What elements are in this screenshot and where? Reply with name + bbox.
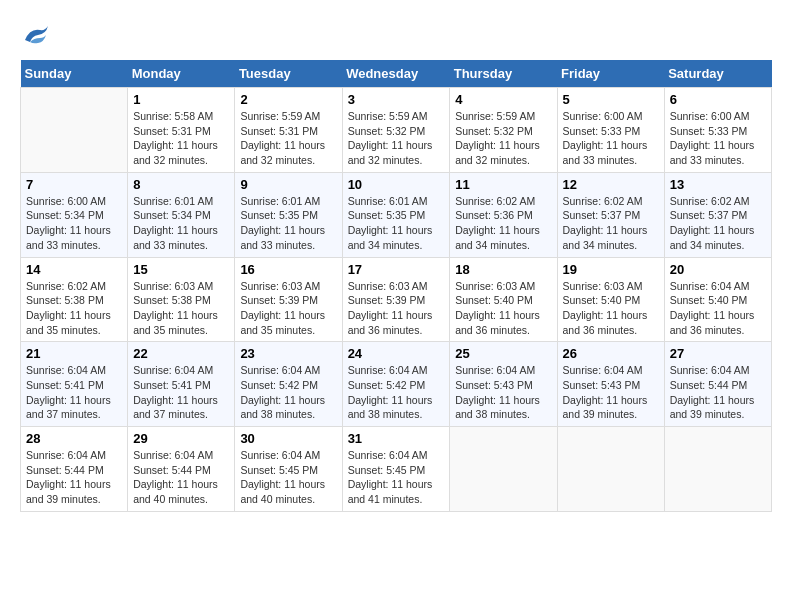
day-number: 8 bbox=[133, 177, 229, 192]
logo bbox=[20, 20, 54, 50]
calendar-cell: 11Sunrise: 6:02 AMSunset: 5:36 PMDayligh… bbox=[450, 172, 557, 257]
day-number: 19 bbox=[563, 262, 659, 277]
calendar-cell: 5Sunrise: 6:00 AMSunset: 5:33 PMDaylight… bbox=[557, 88, 664, 173]
calendar-cell: 31Sunrise: 6:04 AMSunset: 5:45 PMDayligh… bbox=[342, 427, 450, 512]
calendar-cell: 17Sunrise: 6:03 AMSunset: 5:39 PMDayligh… bbox=[342, 257, 450, 342]
calendar-cell: 12Sunrise: 6:02 AMSunset: 5:37 PMDayligh… bbox=[557, 172, 664, 257]
calendar-cell: 23Sunrise: 6:04 AMSunset: 5:42 PMDayligh… bbox=[235, 342, 342, 427]
day-number: 27 bbox=[670, 346, 766, 361]
day-info: Sunrise: 6:03 AMSunset: 5:38 PMDaylight:… bbox=[133, 279, 229, 338]
day-info: Sunrise: 6:04 AMSunset: 5:44 PMDaylight:… bbox=[133, 448, 229, 507]
day-number: 9 bbox=[240, 177, 336, 192]
day-number: 11 bbox=[455, 177, 551, 192]
calendar-cell: 30Sunrise: 6:04 AMSunset: 5:45 PMDayligh… bbox=[235, 427, 342, 512]
day-info: Sunrise: 6:02 AMSunset: 5:38 PMDaylight:… bbox=[26, 279, 122, 338]
day-info: Sunrise: 5:59 AMSunset: 5:32 PMDaylight:… bbox=[348, 109, 445, 168]
day-number: 26 bbox=[563, 346, 659, 361]
day-info: Sunrise: 5:59 AMSunset: 5:32 PMDaylight:… bbox=[455, 109, 551, 168]
day-info: Sunrise: 6:04 AMSunset: 5:42 PMDaylight:… bbox=[240, 363, 336, 422]
day-info: Sunrise: 6:01 AMSunset: 5:35 PMDaylight:… bbox=[240, 194, 336, 253]
calendar-cell: 25Sunrise: 6:04 AMSunset: 5:43 PMDayligh… bbox=[450, 342, 557, 427]
weekday-header-monday: Monday bbox=[128, 60, 235, 88]
calendar-cell: 27Sunrise: 6:04 AMSunset: 5:44 PMDayligh… bbox=[664, 342, 771, 427]
day-info: Sunrise: 6:03 AMSunset: 5:40 PMDaylight:… bbox=[563, 279, 659, 338]
calendar-table: SundayMondayTuesdayWednesdayThursdayFrid… bbox=[20, 60, 772, 512]
day-info: Sunrise: 5:58 AMSunset: 5:31 PMDaylight:… bbox=[133, 109, 229, 168]
week-row-3: 14Sunrise: 6:02 AMSunset: 5:38 PMDayligh… bbox=[21, 257, 772, 342]
day-info: Sunrise: 6:04 AMSunset: 5:44 PMDaylight:… bbox=[670, 363, 766, 422]
weekday-header-wednesday: Wednesday bbox=[342, 60, 450, 88]
day-info: Sunrise: 6:04 AMSunset: 5:43 PMDaylight:… bbox=[455, 363, 551, 422]
calendar-cell: 8Sunrise: 6:01 AMSunset: 5:34 PMDaylight… bbox=[128, 172, 235, 257]
day-number: 25 bbox=[455, 346, 551, 361]
calendar-cell bbox=[557, 427, 664, 512]
calendar-cell: 4Sunrise: 5:59 AMSunset: 5:32 PMDaylight… bbox=[450, 88, 557, 173]
day-number: 24 bbox=[348, 346, 445, 361]
day-info: Sunrise: 6:03 AMSunset: 5:39 PMDaylight:… bbox=[348, 279, 445, 338]
weekday-header-tuesday: Tuesday bbox=[235, 60, 342, 88]
weekday-header-thursday: Thursday bbox=[450, 60, 557, 88]
calendar-cell bbox=[450, 427, 557, 512]
day-info: Sunrise: 6:04 AMSunset: 5:41 PMDaylight:… bbox=[26, 363, 122, 422]
day-info: Sunrise: 5:59 AMSunset: 5:31 PMDaylight:… bbox=[240, 109, 336, 168]
day-number: 10 bbox=[348, 177, 445, 192]
calendar-cell: 2Sunrise: 5:59 AMSunset: 5:31 PMDaylight… bbox=[235, 88, 342, 173]
calendar-cell bbox=[664, 427, 771, 512]
day-info: Sunrise: 6:04 AMSunset: 5:41 PMDaylight:… bbox=[133, 363, 229, 422]
calendar-cell: 3Sunrise: 5:59 AMSunset: 5:32 PMDaylight… bbox=[342, 88, 450, 173]
calendar-cell: 18Sunrise: 6:03 AMSunset: 5:40 PMDayligh… bbox=[450, 257, 557, 342]
week-row-5: 28Sunrise: 6:04 AMSunset: 5:44 PMDayligh… bbox=[21, 427, 772, 512]
day-number: 3 bbox=[348, 92, 445, 107]
day-number: 31 bbox=[348, 431, 445, 446]
weekday-header-saturday: Saturday bbox=[664, 60, 771, 88]
day-info: Sunrise: 6:03 AMSunset: 5:40 PMDaylight:… bbox=[455, 279, 551, 338]
day-number: 29 bbox=[133, 431, 229, 446]
day-number: 15 bbox=[133, 262, 229, 277]
day-info: Sunrise: 6:02 AMSunset: 5:37 PMDaylight:… bbox=[563, 194, 659, 253]
day-number: 1 bbox=[133, 92, 229, 107]
calendar-cell: 7Sunrise: 6:00 AMSunset: 5:34 PMDaylight… bbox=[21, 172, 128, 257]
page-header bbox=[20, 20, 772, 50]
day-number: 20 bbox=[670, 262, 766, 277]
calendar-cell: 9Sunrise: 6:01 AMSunset: 5:35 PMDaylight… bbox=[235, 172, 342, 257]
day-number: 13 bbox=[670, 177, 766, 192]
day-number: 16 bbox=[240, 262, 336, 277]
day-number: 21 bbox=[26, 346, 122, 361]
day-number: 12 bbox=[563, 177, 659, 192]
day-info: Sunrise: 6:00 AMSunset: 5:34 PMDaylight:… bbox=[26, 194, 122, 253]
calendar-cell: 20Sunrise: 6:04 AMSunset: 5:40 PMDayligh… bbox=[664, 257, 771, 342]
day-info: Sunrise: 6:04 AMSunset: 5:44 PMDaylight:… bbox=[26, 448, 122, 507]
weekday-header-friday: Friday bbox=[557, 60, 664, 88]
logo-icon bbox=[20, 20, 50, 50]
week-row-2: 7Sunrise: 6:00 AMSunset: 5:34 PMDaylight… bbox=[21, 172, 772, 257]
weekday-header-sunday: Sunday bbox=[21, 60, 128, 88]
day-info: Sunrise: 6:01 AMSunset: 5:35 PMDaylight:… bbox=[348, 194, 445, 253]
day-info: Sunrise: 6:00 AMSunset: 5:33 PMDaylight:… bbox=[563, 109, 659, 168]
day-info: Sunrise: 6:04 AMSunset: 5:45 PMDaylight:… bbox=[240, 448, 336, 507]
day-info: Sunrise: 6:01 AMSunset: 5:34 PMDaylight:… bbox=[133, 194, 229, 253]
day-info: Sunrise: 6:04 AMSunset: 5:45 PMDaylight:… bbox=[348, 448, 445, 507]
day-number: 23 bbox=[240, 346, 336, 361]
day-info: Sunrise: 6:00 AMSunset: 5:33 PMDaylight:… bbox=[670, 109, 766, 168]
week-row-1: 1Sunrise: 5:58 AMSunset: 5:31 PMDaylight… bbox=[21, 88, 772, 173]
week-row-4: 21Sunrise: 6:04 AMSunset: 5:41 PMDayligh… bbox=[21, 342, 772, 427]
day-number: 17 bbox=[348, 262, 445, 277]
calendar-cell: 24Sunrise: 6:04 AMSunset: 5:42 PMDayligh… bbox=[342, 342, 450, 427]
day-number: 28 bbox=[26, 431, 122, 446]
calendar-cell: 10Sunrise: 6:01 AMSunset: 5:35 PMDayligh… bbox=[342, 172, 450, 257]
calendar-cell: 15Sunrise: 6:03 AMSunset: 5:38 PMDayligh… bbox=[128, 257, 235, 342]
calendar-cell: 19Sunrise: 6:03 AMSunset: 5:40 PMDayligh… bbox=[557, 257, 664, 342]
day-number: 5 bbox=[563, 92, 659, 107]
calendar-cell: 1Sunrise: 5:58 AMSunset: 5:31 PMDaylight… bbox=[128, 88, 235, 173]
day-info: Sunrise: 6:04 AMSunset: 5:40 PMDaylight:… bbox=[670, 279, 766, 338]
day-number: 30 bbox=[240, 431, 336, 446]
day-number: 6 bbox=[670, 92, 766, 107]
calendar-cell bbox=[21, 88, 128, 173]
day-info: Sunrise: 6:03 AMSunset: 5:39 PMDaylight:… bbox=[240, 279, 336, 338]
day-number: 7 bbox=[26, 177, 122, 192]
day-number: 18 bbox=[455, 262, 551, 277]
calendar-cell: 6Sunrise: 6:00 AMSunset: 5:33 PMDaylight… bbox=[664, 88, 771, 173]
calendar-cell: 26Sunrise: 6:04 AMSunset: 5:43 PMDayligh… bbox=[557, 342, 664, 427]
calendar-cell: 16Sunrise: 6:03 AMSunset: 5:39 PMDayligh… bbox=[235, 257, 342, 342]
calendar-cell: 14Sunrise: 6:02 AMSunset: 5:38 PMDayligh… bbox=[21, 257, 128, 342]
